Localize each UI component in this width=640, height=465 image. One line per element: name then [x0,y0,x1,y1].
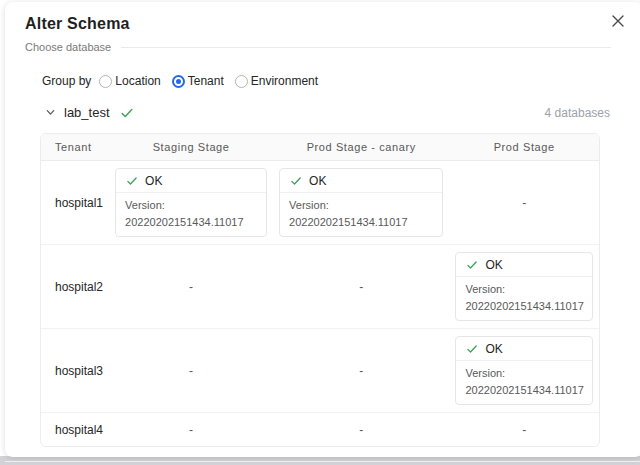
group-by-radio-group: Group by Location Tenant Environment [42,74,640,88]
alter-schema-dialog: Alter Schema Choose database Group by Lo… [5,2,640,457]
version-label: Version: [125,197,258,214]
version-value: 20220202151434.11017 [289,214,434,231]
column-header-tenant: Tenant [41,141,109,153]
version-label: Version: [465,365,584,382]
tenant-name: hospital1 [41,196,109,210]
radio-label-tenant: Tenant [188,74,224,88]
empty-cell: - [449,196,599,210]
radio-environment[interactable]: Environment [235,74,318,88]
empty-cell: - [273,423,449,437]
table-row: hospital4 - - - [41,413,599,446]
empty-cell: - [273,364,449,378]
version-value: 20220202151434.11017 [465,298,584,315]
empty-cell: - [273,280,449,294]
table-header-row: Tenant Staging Stage Prod Stage - canary… [41,134,599,161]
tenant-name: hospital3 [41,364,109,378]
version-value: 20220202151434.11017 [125,214,258,231]
tenant-name: hospital2 [41,280,109,294]
table-row: hospital1 OK Version: 20220202151434.110… [41,161,599,245]
status-card[interactable]: OK Version: 20220202151434.11017 [115,168,267,237]
version-label: Version: [289,197,434,214]
status-card[interactable]: OK Version: 20220202151434.11017 [279,168,443,237]
status-card[interactable]: OK Version: 20220202151434.11017 [455,252,593,321]
check-icon [126,175,138,187]
radio-circle-tenant[interactable] [172,75,185,88]
radio-tenant[interactable]: Tenant [172,74,224,88]
tenant-name: hospital4 [41,423,109,437]
status-label: OK [485,342,502,356]
empty-cell: - [449,423,599,437]
chevron-down-icon[interactable] [45,107,56,118]
column-header-prod-stage-canary: Prod Stage - canary [273,141,449,153]
radio-location[interactable]: Location [99,74,160,88]
empty-cell: - [109,423,273,437]
column-header-prod-stage: Prod Stage [449,141,599,153]
status-label: OK [309,174,326,188]
page-title: Alter Schema [25,15,623,33]
status-card[interactable]: OK Version: 20220202151434.11017 [455,336,593,405]
column-header-staging-stage: Staging Stage [109,141,273,153]
status-label: OK [485,258,502,272]
dialog-subtitle: Choose database [25,41,111,53]
radio-label-environment: Environment [251,74,318,88]
database-group-row: lab_test 4 databases [45,105,610,120]
close-icon[interactable] [609,12,627,30]
version-label: Version: [465,281,584,298]
group-check-icon [120,106,134,120]
dialog-header: Alter Schema Choose database [5,2,640,53]
empty-cell: - [109,364,273,378]
table-row: hospital2 - - OK Version: 20220202151434… [41,245,599,329]
subtitle-divider [121,47,611,48]
version-value: 20220202151434.11017 [465,382,584,399]
group-by-label: Group by [42,74,91,88]
database-count-label: 4 databases [545,106,610,120]
radio-label-location: Location [115,74,160,88]
dialog-footer: Cancel Next [5,461,640,465]
databases-table: Tenant Staging Stage Prod Stage - canary… [40,133,600,447]
check-icon [466,343,478,355]
radio-circle-environment[interactable] [235,75,248,88]
empty-cell: - [109,280,273,294]
table-row: hospital3 - - OK Version: 20220202151434… [41,329,599,413]
status-label: OK [145,174,162,188]
radio-circle-location[interactable] [99,75,112,88]
check-icon [466,259,478,271]
check-icon [290,175,302,187]
database-group-name[interactable]: lab_test [64,105,110,120]
